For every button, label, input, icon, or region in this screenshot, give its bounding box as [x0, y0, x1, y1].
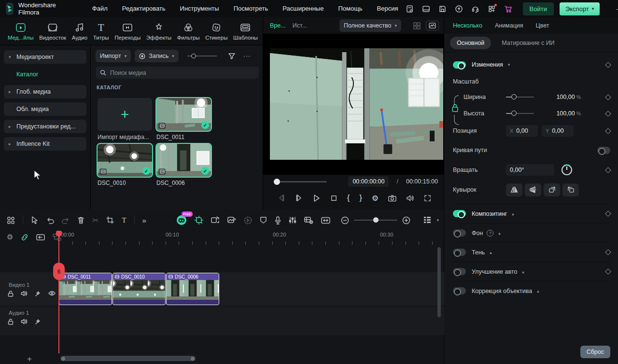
keyframe-diamond-icon[interactable]: [605, 111, 611, 117]
tab-titles[interactable]: T Титры: [93, 22, 109, 41]
tab-source-preview[interactable]: Ист...: [293, 22, 307, 29]
subtab-basic[interactable]: Основной: [450, 37, 491, 49]
cloud-upload-icon[interactable]: [452, 2, 466, 15]
tab-filters[interactable]: Фильтры: [177, 22, 200, 41]
props-tab-multiple[interactable]: Несколько: [453, 22, 482, 29]
crop-button[interactable]: [106, 216, 114, 224]
freeze-frame-button[interactable]: [227, 216, 236, 224]
slider-knob[interactable]: [191, 54, 196, 58]
tab-effects[interactable]: Эффекты: [146, 22, 171, 41]
filter-icon[interactable]: [228, 52, 236, 60]
playback-settings-button[interactable]: ⚙: [372, 194, 379, 203]
keyframe-diamond-icon[interactable]: [605, 249, 611, 255]
add-track-button[interactable]: +: [27, 354, 32, 364]
layout-icon[interactable]: [420, 2, 433, 15]
link-clips-button[interactable]: [21, 234, 28, 241]
scopes-button[interactable]: [426, 21, 439, 30]
sidebar-item-influence-kit[interactable]: ▸ Influence Kit: [4, 137, 86, 151]
caret-up-icon[interactable]: ▴: [498, 231, 501, 236]
audio-mixer-button[interactable]: [289, 216, 296, 224]
props-tab-color[interactable]: Цвет: [536, 22, 549, 29]
rotate-dial[interactable]: [561, 164, 573, 176]
menu-advanced[interactable]: Расширенные: [275, 0, 331, 17]
sidebar-item-mediaproject[interactable]: ▾ Медиапроект: [4, 50, 86, 64]
keyframe-diamond-icon[interactable]: [605, 62, 611, 68]
subtab-ai-matting[interactable]: Матирование с ИИ: [495, 37, 561, 49]
support-headset-icon[interactable]: [469, 2, 482, 15]
height-value[interactable]: 100,00: [556, 110, 575, 117]
timeline-ruler[interactable]: 00:00 00:10 00:20 00:30: [0, 231, 444, 246]
thumbnail-size-slider[interactable]: [187, 56, 217, 56]
current-timecode[interactable]: 00:00:00:00: [348, 176, 389, 187]
lock-track-icon[interactable]: [8, 291, 14, 297]
split-scissors-button[interactable]: ✂: [92, 216, 98, 225]
position-x-field[interactable]: X 0,00: [506, 125, 538, 137]
delete-button[interactable]: [77, 216, 84, 224]
hide-track-icon[interactable]: [48, 291, 56, 296]
flip-horizontal-button[interactable]: [506, 183, 522, 196]
scrubber-knob[interactable]: [274, 179, 280, 185]
zoom-out-button[interactable]: [341, 216, 349, 224]
track-effects-icon[interactable]: [35, 291, 41, 297]
multi-view-icon[interactable]: [413, 22, 421, 30]
timeline-zoom-slider[interactable]: [354, 220, 397, 221]
project-settings-icon[interactable]: [403, 2, 417, 15]
speed-button[interactable]: [244, 216, 252, 224]
width-value[interactable]: 100,00: [556, 94, 575, 100]
preview-scrubber[interactable]: [275, 181, 327, 182]
play-button[interactable]: [312, 194, 321, 202]
track-manager-button[interactable]: [423, 216, 432, 224]
marker-button[interactable]: [260, 216, 267, 224]
export-button[interactable]: Экспорт ▾: [560, 2, 600, 15]
slider-knob[interactable]: [511, 111, 517, 116]
render-preview-button[interactable]: [304, 216, 313, 224]
menu-version[interactable]: Версия: [370, 0, 400, 17]
flip-vertical-button[interactable]: [525, 183, 541, 196]
next-frame-button[interactable]: [295, 194, 303, 202]
media-item-dsc0010[interactable]: ✓: [98, 144, 152, 177]
menu-help[interactable]: Помощь: [331, 0, 369, 17]
mute-track-icon[interactable]: [21, 319, 28, 324]
previous-frame-button[interactable]: [278, 194, 285, 202]
keyframe-diamond-icon[interactable]: [605, 128, 611, 134]
tab-stickers[interactable]: Стикеры: [205, 22, 227, 41]
mute-track-icon[interactable]: [21, 291, 28, 296]
compositing-toggle[interactable]: [453, 210, 466, 217]
lock-track-icon[interactable]: [8, 319, 14, 325]
help-icon[interactable]: ?: [487, 230, 493, 237]
keyframe-diamond-icon[interactable]: [605, 167, 611, 173]
record-dropdown[interactable]: Запись ▾: [135, 50, 179, 62]
menu-view[interactable]: Посмотреть: [226, 0, 276, 17]
playhead-marker[interactable]: 6: [53, 263, 65, 280]
quality-dropdown[interactable]: Полное качество ▾: [339, 19, 401, 32]
background-toggle[interactable]: [453, 229, 466, 237]
position-y-field[interactable]: Y 0,00: [542, 125, 574, 137]
lens-correction-toggle[interactable]: [453, 287, 466, 294]
search-input[interactable]: [110, 70, 236, 76]
undo-button[interactable]: [46, 217, 54, 224]
caret-up-icon[interactable]: ▴: [490, 250, 492, 255]
sidebar-item-catalog[interactable]: Каталог: [4, 68, 86, 81]
more-options-button[interactable]: ···: [243, 53, 251, 59]
minimize-button[interactable]: –: [608, 0, 618, 17]
keyframe-diamond-icon[interactable]: [605, 210, 611, 217]
height-slider[interactable]: [506, 113, 534, 114]
tab-stock[interactable]: Видеосток: [39, 22, 66, 41]
fullscreen-button[interactable]: [424, 195, 431, 202]
tab-timeline-preview[interactable]: Вре...: [270, 22, 286, 29]
sidebar-item-global-media[interactable]: ▸ Глоб. медиа: [4, 85, 86, 98]
auto-enhance-toggle[interactable]: [453, 268, 466, 275]
toolbox-icon[interactable]: [7, 216, 15, 224]
voiceover-mic-button[interactable]: [275, 216, 281, 224]
sidebar-item-cloud-media[interactable]: Обл. медиа: [4, 102, 86, 116]
caret-up-icon[interactable]: ▴: [537, 289, 539, 294]
save-icon[interactable]: [436, 2, 449, 15]
split-clip-button[interactable]: [211, 216, 220, 224]
keyframe-diamond-icon[interactable]: [605, 94, 611, 100]
timeline-clip-dsc0006[interactable]: DSC_0006: [166, 273, 219, 305]
transform-toggle[interactable]: [453, 61, 466, 69]
width-slider[interactable]: [506, 97, 534, 98]
import-media-tile[interactable]: +: [98, 98, 152, 131]
ai-assistant-button[interactable]: Free: [176, 215, 187, 225]
rotate-ccw-button[interactable]: [562, 183, 579, 196]
